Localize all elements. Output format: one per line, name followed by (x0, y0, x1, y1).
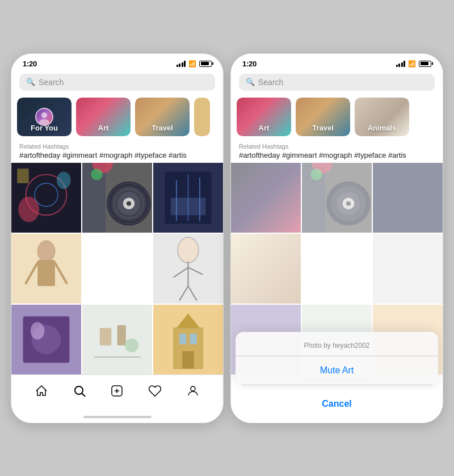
bottom-nav-left (11, 374, 223, 411)
cancel-button[interactable]: Cancel (236, 390, 438, 418)
svg-point-59 (191, 386, 195, 391)
category-label-for-you: For You (17, 124, 72, 132)
category-for-you[interactable]: For You (17, 98, 72, 136)
svg-line-55 (82, 393, 85, 397)
photo-cell-8[interactable] (153, 305, 223, 374)
photo-cell-4[interactable] (11, 234, 81, 304)
battery-icon-left (199, 61, 212, 67)
search-bar-container-left: 🔍 Search (11, 70, 223, 95)
search-icon-left: 🔍 (26, 78, 35, 86)
svg-point-0 (41, 112, 47, 118)
hashtags-label-left: Related Hashtags (19, 143, 215, 150)
svg-point-6 (57, 171, 71, 189)
rphoto-cell-big (302, 163, 372, 233)
hashtags-right: Related Hashtags #artoftheday #gimmeart … (231, 141, 443, 163)
hashtags-label-right: Related Hashtags (239, 143, 435, 150)
battery-icon-right (419, 61, 431, 67)
category-label-travel-left: Travel (135, 124, 190, 132)
search-input-right[interactable]: Search (258, 78, 283, 87)
status-icons-left: 📶 (176, 60, 212, 68)
svg-point-11 (91, 169, 103, 180)
rphoto-cell-4 (231, 234, 301, 304)
categories-left: For You Art Travel (11, 95, 223, 141)
search-bar-container-right: 🔍 Search (231, 70, 443, 95)
svg-point-54 (75, 386, 83, 394)
hashtags-left: Related Hashtags #artoftheday #gimmeart … (11, 141, 223, 163)
svg-rect-44 (100, 328, 112, 346)
photo-cell-7[interactable] (82, 305, 152, 374)
category-label-travel-right: Travel (296, 124, 350, 132)
signal-icon-right (396, 61, 406, 67)
signal-icon-left (176, 61, 186, 67)
photo-cell-6[interactable] (11, 305, 81, 374)
search-bar-right[interactable]: 🔍 Search (239, 74, 435, 91)
search-input-left[interactable]: Search (39, 78, 64, 87)
left-phone: 1:20 📶 🔍 Search (11, 53, 224, 423)
action-sheet-cancel-container: Cancel (236, 390, 438, 418)
nav-heart-left[interactable] (145, 381, 165, 401)
category-label-art-left: Art (76, 124, 131, 132)
category-art-right[interactable]: Art (237, 98, 291, 136)
status-bar-left: 1:20 📶 (11, 54, 223, 70)
right-phone: 1:20 📶 🔍 Search (230, 53, 443, 423)
svg-rect-7 (17, 169, 29, 183)
status-icons-right: 📶 (396, 60, 432, 68)
status-time-right: 1:20 (242, 60, 257, 68)
hashtags-text-left: #artoftheday #gimmeart #mograph #typefac… (19, 151, 215, 159)
search-icon-right: 🔍 (246, 78, 255, 86)
nav-add-left[interactable] (107, 381, 127, 401)
svg-point-18 (127, 201, 131, 205)
photo-grid-left (11, 163, 223, 374)
category-animals-right[interactable]: Animals (355, 98, 409, 136)
svg-rect-52 (182, 351, 194, 369)
action-sheet: Photo by heyach2002 Mute Art (236, 332, 438, 385)
photo-cell-1[interactable] (11, 163, 81, 233)
rphoto-cell-1 (231, 163, 301, 233)
svg-point-46 (125, 338, 139, 352)
home-indicator-left (11, 411, 223, 423)
category-travel-left[interactable]: Travel (135, 98, 190, 136)
svg-rect-51 (190, 334, 197, 344)
category-travel-right[interactable]: Travel (296, 98, 350, 136)
wifi-icon-left: 📶 (188, 60, 196, 68)
nav-home-left[interactable] (31, 381, 52, 401)
nav-profile-left[interactable] (183, 381, 203, 401)
action-sheet-overlay: Photo by heyach2002 Mute Art Cancel (231, 332, 443, 423)
svg-rect-29 (37, 260, 55, 286)
action-sheet-photo-credit: Photo by heyach2002 (304, 342, 369, 349)
svg-rect-45 (117, 325, 126, 345)
photo-cell-3[interactable] (153, 163, 223, 233)
status-time-left: 1:20 (23, 60, 37, 68)
svg-point-28 (37, 241, 55, 262)
svg-rect-26 (171, 197, 206, 215)
search-bar-left[interactable]: 🔍 Search (19, 74, 215, 91)
rphoto-cell-5 (373, 234, 443, 304)
phones-container: 1:20 📶 🔍 Search (0, 42, 454, 435)
categories-right: Art Travel Animals (231, 95, 443, 141)
nav-search-left[interactable] (69, 381, 90, 401)
action-sheet-header: Photo by heyach2002 (236, 332, 438, 356)
mute-art-button[interactable]: Mute Art (236, 356, 438, 385)
svg-rect-50 (179, 334, 186, 344)
svg-point-63 (310, 169, 322, 180)
photo-cell-big[interactable] (82, 163, 152, 233)
category-label-animals-right: Animals (355, 124, 409, 132)
svg-point-42 (31, 322, 45, 339)
svg-point-69 (346, 201, 351, 205)
photo-cell-5[interactable] (153, 234, 223, 304)
category-art-left[interactable]: Art (76, 98, 131, 136)
wifi-icon-right: 📶 (408, 60, 416, 68)
svg-point-33 (178, 237, 199, 263)
status-bar-right: 1:20 📶 (231, 54, 443, 70)
svg-point-5 (18, 196, 39, 222)
category-partial-left[interactable] (194, 98, 210, 136)
rphoto-cell-3 (373, 163, 443, 233)
hashtags-text-right: #artoftheday #gimmeart #mograph #typefac… (239, 151, 435, 159)
category-label-art-right: Art (237, 124, 291, 132)
